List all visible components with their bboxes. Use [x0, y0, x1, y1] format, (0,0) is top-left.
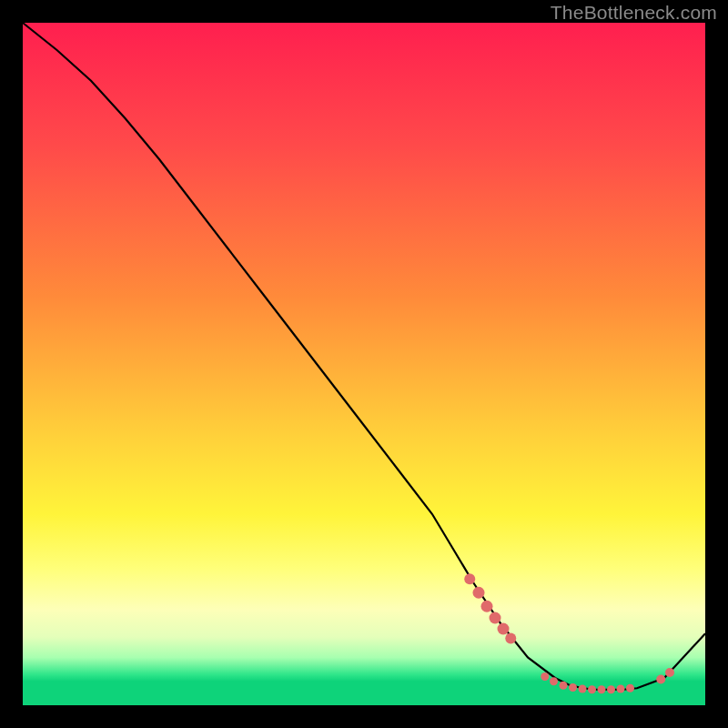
data-marker	[588, 685, 596, 693]
data-marker	[498, 623, 510, 635]
data-marker	[541, 672, 549, 681]
data-marker	[598, 685, 606, 693]
data-marker	[464, 573, 475, 584]
data-marker	[579, 685, 587, 693]
data-marker	[617, 685, 625, 693]
data-marker	[473, 587, 485, 599]
data-marker	[569, 683, 577, 692]
data-marker	[550, 677, 558, 685]
marker-group	[464, 573, 674, 693]
chart-svg	[23, 23, 705, 705]
chart-plot-area	[23, 23, 705, 705]
watermark-text: TheBottleneck.com	[551, 2, 717, 24]
curve-line	[23, 23, 705, 690]
data-marker	[560, 682, 568, 690]
data-marker	[665, 668, 674, 677]
data-marker	[607, 685, 615, 693]
data-marker	[505, 633, 516, 644]
data-marker	[490, 612, 501, 624]
data-marker	[656, 675, 665, 684]
data-marker	[626, 684, 634, 693]
data-marker	[481, 601, 493, 612]
